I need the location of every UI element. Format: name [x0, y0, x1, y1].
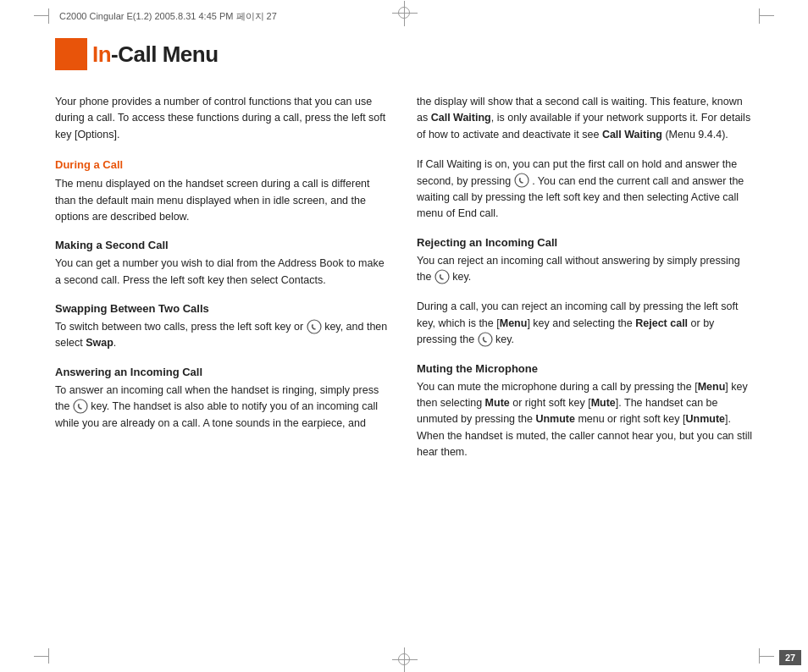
svg-point-3 [435, 270, 449, 284]
intro-paragraph: Your phone provides a number of control … [55, 94, 391, 143]
phone-icon-reject2 [478, 332, 493, 347]
menu-bold-reject: Menu [500, 317, 528, 329]
registration-mark-top [398, 7, 410, 19]
section-body-during-call: The menu displayed on the handset screen… [55, 176, 391, 225]
call-waiting-bold1: Call Waiting [431, 112, 491, 124]
phone-icon-swap [307, 319, 322, 334]
svg-point-4 [479, 333, 492, 346]
section-heading-answering: Answering an Incoming Call [55, 366, 391, 378]
section-heading-rejecting: Rejecting an Incoming Call [417, 236, 753, 249]
menu-bold-mute: Menu [698, 381, 726, 393]
section-heading-muting: Muting the Microphone [417, 362, 753, 375]
svg-point-1 [74, 399, 87, 413]
header-bar: C2000 Cingular E(1.2) 2005.8.31 4:45 PM … [59, 10, 277, 23]
section-body-swapping: To switch between two calls, press the l… [55, 319, 391, 352]
section-body-rejecting2: During a call, you can reject an incomin… [417, 299, 753, 348]
svg-point-2 [515, 174, 529, 187]
phone-icon-hold [514, 173, 529, 188]
section-heading-making-call: Making a Second Call [55, 239, 391, 251]
section-body-rejecting1: You can reject an incoming call without … [417, 253, 753, 286]
section-body-muting: You can mute the microphone during a cal… [417, 379, 753, 461]
section-body-call-waiting-note: If Call Waiting is on, you can put the f… [417, 157, 753, 223]
call-waiting-bold2: Call Waiting [602, 129, 662, 140]
section-body-making-call: You can get a number you wish to dial fr… [55, 256, 391, 289]
mute-bracket-bold: Mute [591, 397, 616, 409]
swap-bold: Swap [86, 337, 113, 349]
right-column: the display will show that a second call… [417, 94, 753, 474]
title-suffix: -Call Menu [111, 41, 218, 67]
svg-point-0 [307, 320, 321, 333]
left-column: Your phone provides a number of control … [55, 94, 391, 474]
main-content: In-Call Menu Your phone provides a numbe… [55, 38, 753, 634]
phone-icon-answer [73, 399, 88, 414]
registration-mark-bottom [398, 653, 410, 665]
unmute-bold: Unmute [535, 413, 575, 425]
columns-layout: Your phone provides a number of control … [55, 94, 753, 474]
title-accent-letter: In [92, 41, 111, 67]
page-number: 27 [779, 650, 801, 665]
reject-call-bold: Reject call [635, 317, 688, 329]
page-title: In-Call Menu [92, 41, 219, 68]
title-section: In-Call Menu [55, 38, 753, 70]
unmute-bracket-bold: Unmute [686, 413, 726, 425]
section-heading-swapping: Swapping Between Two Calls [55, 302, 391, 315]
mute-bold: Mute [485, 397, 510, 409]
title-accent-block [55, 38, 87, 70]
phone-icon-reject1 [434, 269, 450, 284]
section-body-answering: To answer an incoming call when the hand… [55, 383, 391, 432]
section-body-answering-cont: the display will show that a second call… [417, 94, 753, 143]
section-heading-during-call: During a Call [55, 158, 391, 171]
